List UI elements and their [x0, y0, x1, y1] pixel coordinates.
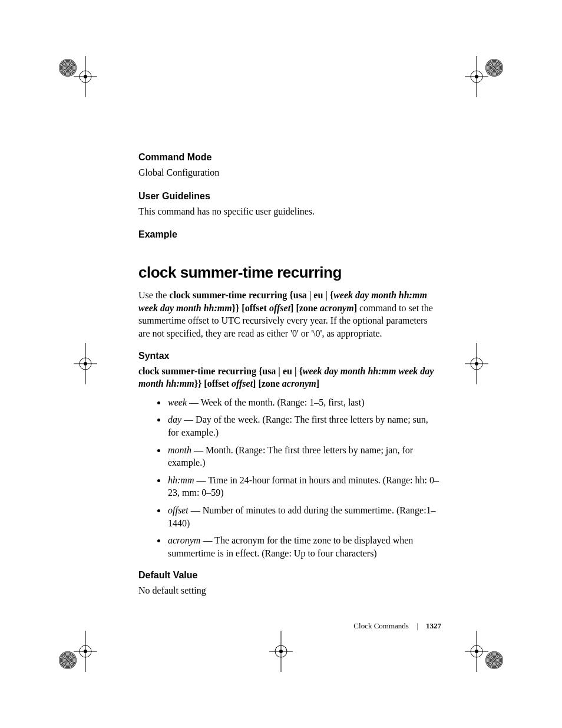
intro-ital2: offset — [269, 303, 290, 313]
intro-bold1: clock summer-time recurring {usa | eu | … — [169, 290, 333, 300]
svg-point-2 — [80, 71, 91, 83]
default-value-body: No default setting — [138, 584, 439, 597]
param-desc: — Time in 24-hour format in hours and mi… — [168, 475, 439, 498]
list-item: month — Month. (Range: The first three l… — [167, 444, 439, 469]
param-desc: — Day of the week. (Range: The first thr… — [168, 414, 428, 437]
command-intro: Use the clock summer-time recurring {usa… — [138, 289, 439, 340]
syntax-bold4: ] — [316, 378, 319, 388]
page-footer: Clock Commands | 1327 — [353, 621, 441, 631]
cropmark-icon — [56, 343, 97, 384]
example-section: Example — [138, 229, 439, 240]
user-guidelines-body: This command has no specific user guidel… — [138, 205, 439, 218]
param-name: day — [168, 414, 181, 424]
svg-point-22 — [471, 645, 482, 657]
example-heading: Example — [138, 229, 439, 240]
svg-point-26 — [275, 645, 287, 657]
intro-ital3: acronym — [320, 303, 354, 313]
list-item: hh:mm — Time in 24-hour format in hours … — [167, 474, 439, 499]
list-item: day — Day of the week. (Range: The first… — [167, 413, 439, 439]
command-mode-body: Global Configuration — [138, 166, 439, 179]
command-mode-section: Command Mode Global Configuration — [138, 152, 439, 179]
svg-point-23 — [475, 650, 478, 653]
param-desc: — Number of minutes to add during the su… — [168, 505, 436, 528]
default-value-heading: Default Value — [138, 570, 439, 581]
svg-point-15 — [475, 362, 478, 365]
list-item: acronym — The acronym for the time zone … — [167, 534, 439, 559]
cropmark-icon — [260, 631, 302, 672]
syntax-bold2: }} [offset — [194, 378, 232, 388]
user-guidelines-section: User Guidelines This command has no spec… — [138, 191, 439, 218]
param-desc: — Week of the month. (Range: 1–5, first,… — [187, 397, 364, 407]
syntax-bold3: ] [zone — [253, 378, 282, 388]
registration-stone-icon — [485, 651, 503, 669]
param-name: month — [168, 445, 191, 455]
registration-stone-icon — [59, 651, 77, 669]
command-title: clock summer-time recurring — [138, 263, 439, 282]
command-mode-heading: Command Mode — [138, 152, 439, 163]
svg-point-11 — [84, 362, 87, 365]
intro-pre: Use the — [138, 290, 169, 300]
footer-section: Clock Commands — [353, 621, 409, 630]
syntax-line: clock summer-time recurring {usa | eu | … — [138, 365, 439, 390]
intro-bold3: ] [zone — [290, 303, 320, 313]
param-name: week — [168, 397, 187, 407]
svg-point-27 — [279, 650, 283, 653]
svg-point-10 — [80, 358, 91, 370]
syntax-ital3: acronym — [282, 378, 316, 388]
svg-point-14 — [471, 358, 482, 370]
footer-separator: | — [416, 621, 418, 630]
svg-point-19 — [84, 650, 87, 653]
parameter-list: week — Week of the month. (Range: 1–5, f… — [138, 396, 439, 560]
param-name: hh:mm — [168, 475, 194, 485]
user-guidelines-heading: User Guidelines — [138, 191, 439, 202]
syntax-heading: Syntax — [138, 351, 439, 361]
svg-point-6 — [471, 71, 482, 83]
svg-point-7 — [475, 75, 478, 78]
param-name: acronym — [168, 535, 200, 545]
param-name: offset — [168, 505, 189, 515]
page-content: Command Mode Global Configuration User G… — [138, 152, 439, 608]
registration-stone-icon — [485, 59, 503, 77]
list-item: week — Week of the month. (Range: 1–5, f… — [167, 396, 439, 409]
list-item: offset — Number of minutes to add during… — [167, 504, 439, 529]
svg-point-3 — [84, 75, 87, 78]
syntax-bold1: clock summer-time recurring {usa | eu | … — [138, 366, 303, 376]
syntax-ital2: offset — [232, 378, 253, 388]
param-desc: — The acronym for the time zone to be di… — [168, 535, 413, 558]
intro-bold2: }} [offset — [232, 303, 269, 313]
cropmark-icon — [465, 343, 506, 384]
footer-page-number: 1327 — [426, 621, 441, 630]
svg-point-18 — [80, 645, 91, 657]
registration-stone-icon — [59, 59, 77, 77]
param-desc: — Month. (Range: The first three letters… — [168, 445, 413, 468]
